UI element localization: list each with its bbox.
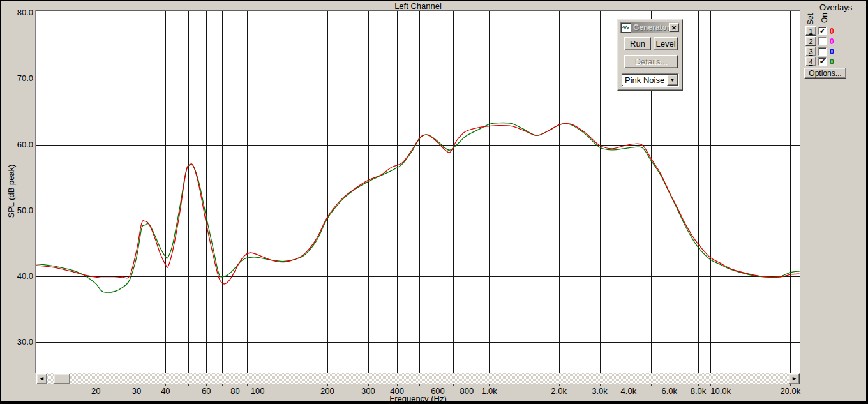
x-axis-title: Frequency (Hz) <box>36 394 800 403</box>
generator-dialog-titlebar[interactable]: Generator ✕ <box>620 22 680 33</box>
generator-dialog-title: Generator <box>633 23 669 32</box>
overlay-value-1: 0 <box>830 27 834 36</box>
overlay-set-button-3[interactable]: 3 <box>805 47 816 56</box>
waveform-icon <box>621 23 631 33</box>
details-button[interactable]: Details... <box>624 55 678 68</box>
chevron-down-icon[interactable]: ▼ <box>667 75 678 86</box>
left-arrow-icon: ◄ <box>39 376 45 382</box>
y-tick-label: 40.0 <box>5 271 33 281</box>
y-tick-label: 60.0 <box>5 140 33 149</box>
y-tick-label: 70.0 <box>5 73 33 83</box>
signal-type-dropdown[interactable]: Pink Noise ▼ <box>622 73 679 87</box>
y-tick-label: 50.0 <box>5 206 33 215</box>
on-column-header: On <box>820 8 829 27</box>
scrollbar-thumb[interactable] <box>54 373 70 384</box>
overlay-on-checkbox-2[interactable] <box>818 37 827 45</box>
right-arrow-icon: ► <box>791 376 797 382</box>
app-window: Left Channel SPL (dB peak) 80.070.060.05… <box>0 0 868 404</box>
generator-dialog: Generator ✕ Run Level Details... Pink No… <box>617 19 683 91</box>
run-button[interactable]: Run <box>624 37 651 50</box>
y-tick-label: 80.0 <box>5 8 33 17</box>
overlay-value-4: 0 <box>830 57 834 66</box>
scrollbar-left-arrow-button[interactable]: ◄ <box>36 373 47 384</box>
overlay-set-button-4[interactable]: 4 <box>805 57 816 66</box>
scrollbar-right-arrow-button[interactable]: ► <box>789 373 800 384</box>
signal-type-value: Pink Noise <box>622 75 666 85</box>
y-axis-title: SPL (dB peak) <box>6 153 16 230</box>
overlay-value-3: 0 <box>830 47 834 56</box>
options-button[interactable]: Options... <box>804 68 846 79</box>
overlay-on-checkbox-4[interactable]: ✔ <box>818 57 827 66</box>
plot-area[interactable] <box>35 10 800 373</box>
overlay-value-2: 0 <box>830 37 834 46</box>
close-icon[interactable]: ✕ <box>669 23 679 32</box>
level-button[interactable]: Level <box>654 37 678 50</box>
y-tick-label: 30.0 <box>5 337 33 347</box>
overlay-on-checkbox-3[interactable] <box>818 47 827 56</box>
overlay-set-button-1[interactable]: 1 <box>805 26 816 36</box>
frequency-scrollbar-track[interactable]: ◄ ► <box>36 373 800 384</box>
overlay-on-checkbox-1[interactable]: ✔ <box>818 27 827 35</box>
overlay-set-button-2[interactable]: 2 <box>805 36 816 46</box>
